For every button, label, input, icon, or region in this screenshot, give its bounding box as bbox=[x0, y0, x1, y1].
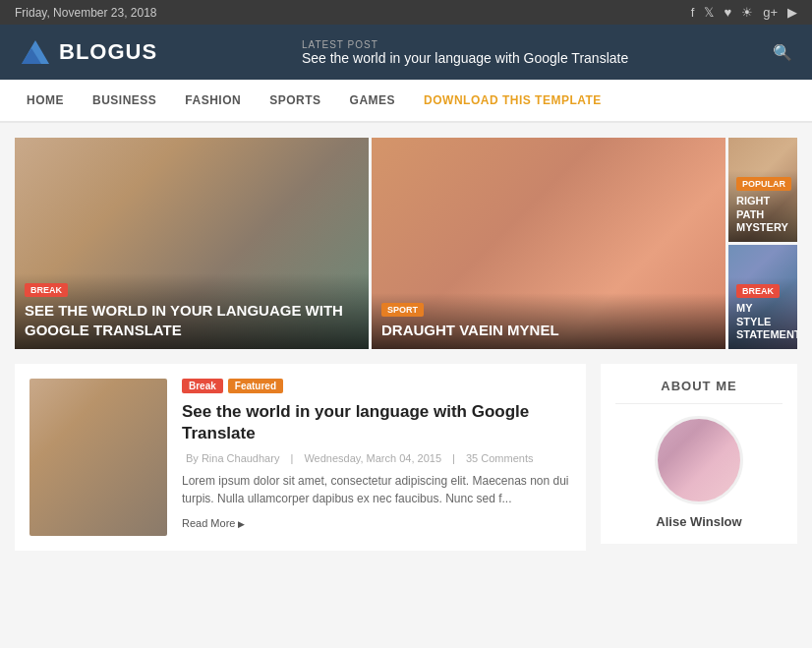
hero-main-overlay: BREAK SEE THE WORLD IN YOUR LANGUAGE WIT… bbox=[15, 273, 369, 349]
article-author: By Rina Chaudhary bbox=[186, 452, 279, 464]
latest-post: LATEST POST See the world in your langua… bbox=[302, 39, 628, 66]
youtube-icon[interactable]: ▶ bbox=[787, 5, 797, 20]
tag-break: Break bbox=[182, 379, 223, 393]
article-meta: By Rina Chaudhary | Wednesday, March 04,… bbox=[182, 452, 571, 464]
header: BLOGUS LATEST POST See the world in your… bbox=[0, 25, 812, 80]
article-card: Break Featured See the world in your lan… bbox=[15, 364, 586, 551]
date-display: Friday, November 23, 2018 bbox=[15, 6, 157, 20]
top-bar: Friday, November 23, 2018 f 𝕏 ♥ ☀ g+ ▶ bbox=[0, 0, 812, 25]
search-icon[interactable]: 🔍 bbox=[773, 43, 792, 62]
article-excerpt: Lorem ipsum dolor sit amet, consectetur … bbox=[182, 472, 571, 507]
hero-rt-badge: POPULAR bbox=[736, 177, 791, 191]
hero-rt-title: RIGHT PATH MYSTERY bbox=[736, 195, 789, 234]
article-body: Break Featured See the world in your lan… bbox=[182, 379, 571, 536]
google-plus-icon[interactable]: g+ bbox=[763, 5, 778, 20]
latest-post-title: See the world in your language with Goog… bbox=[302, 50, 628, 66]
hero-rb-badge: BREAK bbox=[736, 284, 780, 298]
hero-grid: BREAK SEE THE WORLD IN YOUR LANGUAGE WIT… bbox=[15, 138, 797, 349]
heart-icon[interactable]: ♥ bbox=[724, 5, 731, 20]
logo-icon bbox=[20, 36, 51, 68]
article-title[interactable]: See the world in your language with Goog… bbox=[182, 401, 571, 444]
tag-featured: Featured bbox=[228, 379, 283, 393]
hero-main-card[interactable]: BREAK SEE THE WORLD IN YOUR LANGUAGE WIT… bbox=[15, 138, 369, 349]
main-nav: HOME BUSINESS FASHION SPORTS GAMES DOWNL… bbox=[0, 80, 812, 123]
article-thumbnail bbox=[29, 379, 167, 536]
instagram-icon[interactable]: ☀ bbox=[741, 5, 753, 20]
read-more-link[interactable]: Read More bbox=[182, 517, 571, 529]
article-tags: Break Featured bbox=[182, 379, 571, 393]
twitter-icon[interactable]: 𝕏 bbox=[704, 5, 714, 20]
nav-download-template[interactable]: DOWNLOAD THIS TEMPLATE bbox=[412, 80, 613, 121]
avatar bbox=[655, 416, 743, 504]
nav-games[interactable]: GAMES bbox=[338, 80, 408, 121]
social-icons: f 𝕏 ♥ ☀ g+ ▶ bbox=[691, 5, 797, 20]
nav-business[interactable]: BUSINESS bbox=[81, 80, 168, 121]
author-name: Alise Winslow bbox=[615, 514, 783, 529]
hero-center-card[interactable]: SPORT DRAUGHT VAEIN MYNEL bbox=[372, 138, 725, 349]
hero-main-badge: BREAK bbox=[25, 283, 68, 297]
avatar-container bbox=[615, 416, 783, 504]
nav-fashion[interactable]: FASHION bbox=[173, 80, 253, 121]
hero-center-overlay: SPORT DRAUGHT VAEIN MYNEL bbox=[372, 293, 725, 350]
nav-home[interactable]: HOME bbox=[15, 80, 76, 121]
about-me-title: ABOUT ME bbox=[615, 379, 783, 404]
facebook-icon[interactable]: f bbox=[691, 5, 695, 20]
hero-right-column: POPULAR RIGHT PATH MYSTERY BREAK MY STYL… bbox=[728, 138, 797, 349]
about-me-box: ABOUT ME Alise Winslow bbox=[601, 364, 797, 544]
hero-rt-overlay: POPULAR RIGHT PATH MYSTERY bbox=[728, 170, 797, 242]
sidebar: ABOUT ME Alise Winslow bbox=[601, 364, 797, 551]
nav-sports[interactable]: SPORTS bbox=[258, 80, 332, 121]
logo[interactable]: BLOGUS bbox=[20, 36, 157, 68]
main-content: Break Featured See the world in your lan… bbox=[15, 364, 586, 551]
hero-rb-overlay: BREAK MY STYLE STATEMENT bbox=[728, 277, 797, 349]
latest-post-label: LATEST POST bbox=[302, 39, 628, 50]
hero-center-title: DRAUGHT VAEIN MYNEL bbox=[381, 321, 716, 340]
article-comments: 35 Comments bbox=[466, 452, 533, 464]
article-date: Wednesday, March 04, 2015 bbox=[304, 452, 441, 464]
meta-sep-2: | bbox=[452, 452, 455, 464]
hero-rb-title: MY STYLE STATEMENT bbox=[736, 302, 789, 341]
content-area: Break Featured See the world in your lan… bbox=[15, 364, 797, 551]
hero-right-bottom-card[interactable]: BREAK MY STYLE STATEMENT bbox=[728, 245, 797, 349]
hero-right-top-card[interactable]: POPULAR RIGHT PATH MYSTERY bbox=[728, 138, 797, 242]
hero-center-badge: SPORT bbox=[381, 303, 424, 317]
meta-sep-1: | bbox=[290, 452, 293, 464]
hero-main-title: SEE THE WORLD IN YOUR LANGUAGE WITH GOOG… bbox=[25, 301, 359, 339]
logo-text: BLOGUS bbox=[59, 39, 157, 65]
